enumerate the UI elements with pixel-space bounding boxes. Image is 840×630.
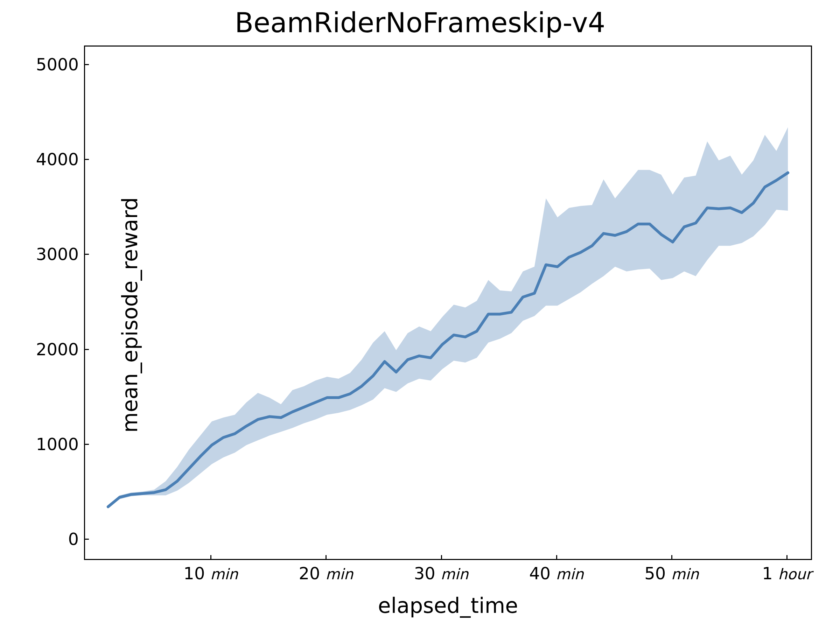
x-tick-label: 20 min	[299, 564, 354, 583]
y-tick-label: 5000	[9, 55, 79, 74]
y-tick-label: 0	[9, 529, 79, 549]
x-tick-label: 1 hour	[762, 564, 812, 583]
chart-container: BeamRiderNoFrameskip-v4 mean_episode_rew…	[0, 0, 840, 630]
confidence-band	[108, 127, 788, 507]
plot-svg	[85, 47, 811, 559]
plot-area	[84, 46, 812, 560]
x-tick-label: 10 min	[183, 564, 238, 583]
y-tick-label: 1000	[9, 434, 79, 454]
x-tick-label: 30 min	[414, 564, 469, 583]
y-tick-label: 4000	[9, 150, 79, 169]
x-axis-label: elapsed_time	[84, 593, 812, 618]
x-tick-label: 50 min	[644, 564, 699, 583]
x-tick-label: 40 min	[529, 564, 584, 583]
chart-title: BeamRiderNoFrameskip-v4	[0, 7, 840, 38]
y-tick-label: 2000	[9, 339, 79, 359]
y-tick-label: 3000	[9, 244, 79, 264]
